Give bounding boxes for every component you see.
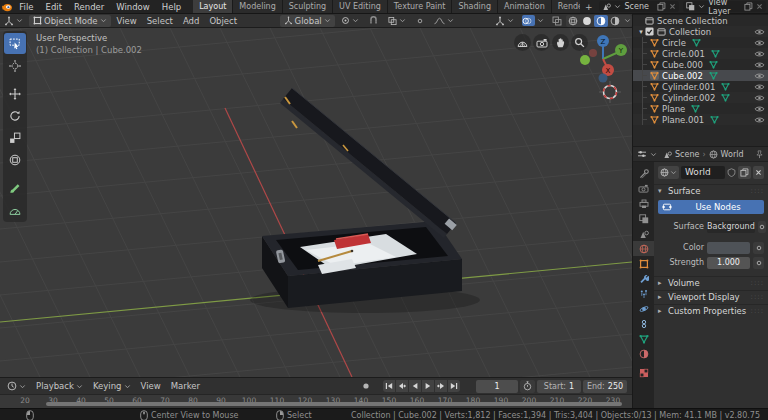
panel-drag-dots-icon[interactable]: :::: bbox=[751, 279, 764, 287]
timeline-scrollbar[interactable] bbox=[46, 402, 622, 406]
strength-slider[interactable]: 1.000 bbox=[707, 257, 750, 269]
eye-icon[interactable] bbox=[754, 72, 765, 80]
3d-viewport[interactable]: User Perspective (1) Collection | Cube.0… bbox=[0, 28, 632, 377]
new-world-button[interactable] bbox=[738, 166, 751, 179]
new-scene-icon[interactable] bbox=[657, 2, 666, 11]
tab-output[interactable] bbox=[633, 196, 654, 211]
tab-layout[interactable]: Layout bbox=[193, 0, 233, 13]
shading-rendered-button[interactable] bbox=[608, 15, 622, 27]
orientation-dropdown[interactable]: Global bbox=[280, 15, 335, 27]
tab-sculpting[interactable]: Sculpting bbox=[283, 0, 333, 13]
menu-view[interactable]: View bbox=[137, 380, 165, 392]
tab-constraints[interactable] bbox=[633, 316, 654, 331]
shading-wireframe-button[interactable] bbox=[566, 15, 580, 27]
panel-drag-dots-icon[interactable]: :::: bbox=[751, 293, 764, 301]
play-button[interactable] bbox=[422, 380, 434, 392]
scene-selector[interactable]: Scene bbox=[599, 1, 679, 12]
tab-modeling[interactable]: Modeling bbox=[233, 0, 282, 13]
eye-icon[interactable] bbox=[754, 39, 765, 47]
proportional-falloff-dropdown[interactable] bbox=[430, 15, 458, 27]
tab-tool[interactable] bbox=[633, 166, 654, 181]
jump-end-button[interactable] bbox=[448, 380, 460, 392]
menu-playback[interactable]: Playback bbox=[32, 380, 87, 392]
view-layer-selector[interactable]: View Layer bbox=[683, 1, 766, 12]
timeline-editor-button[interactable] bbox=[3, 380, 30, 392]
next-keyframe-button[interactable] bbox=[435, 380, 447, 392]
shading-solid-button[interactable] bbox=[580, 15, 594, 27]
eye-icon[interactable] bbox=[754, 50, 765, 58]
menu-object[interactable]: Object bbox=[205, 15, 241, 27]
tab-object[interactable] bbox=[633, 256, 654, 271]
menu-keying[interactable]: Keying bbox=[89, 380, 135, 392]
select-box-tool[interactable] bbox=[4, 33, 26, 54]
menu-marker[interactable]: Marker bbox=[167, 380, 204, 392]
outliner-row-object[interactable]: Circle.001 bbox=[633, 48, 768, 59]
tab-render[interactable] bbox=[633, 181, 654, 196]
eye-icon[interactable] bbox=[754, 28, 765, 36]
use-preview-range-button[interactable] bbox=[520, 380, 535, 393]
close-icon[interactable] bbox=[669, 3, 676, 10]
tab-uv-editing[interactable]: UV Editing bbox=[333, 0, 388, 13]
tab-animation[interactable]: Animation bbox=[498, 0, 552, 13]
timeline-ruler[interactable]: 20 30 40 50 60 70 80 90 100 110 120 130 … bbox=[0, 394, 632, 408]
outliner-row-collection[interactable]: ▾ Collection bbox=[633, 26, 768, 37]
eye-icon[interactable] bbox=[754, 94, 765, 102]
show-overlays-dropdown[interactable] bbox=[518, 15, 548, 27]
panel-volume[interactable]: ▸ Volume :::: bbox=[654, 276, 768, 289]
tab-rendering[interactable]: Rendering bbox=[552, 0, 580, 13]
outliner-row-object[interactable]: Plane.001 bbox=[633, 114, 768, 125]
node-socket-button[interactable] bbox=[758, 221, 766, 233]
outliner-row-object[interactable]: Plane bbox=[633, 103, 768, 114]
world-name-field[interactable]: World bbox=[681, 166, 725, 179]
move-tool[interactable] bbox=[4, 83, 26, 104]
world-browse-button[interactable] bbox=[658, 166, 679, 179]
surface-shader-dropdown[interactable]: Background bbox=[707, 221, 755, 233]
outliner-row-object[interactable]: Circle bbox=[633, 37, 768, 48]
pan-view-button[interactable] bbox=[552, 34, 569, 51]
annotate-tool[interactable] bbox=[4, 177, 26, 198]
menu-edit[interactable]: Edit bbox=[40, 0, 68, 13]
pivot-point-dropdown[interactable] bbox=[337, 15, 363, 27]
record-button[interactable] bbox=[360, 380, 372, 392]
tab-shading[interactable]: Shading bbox=[452, 0, 498, 13]
outliner-row-object[interactable]: Cylinder.002 bbox=[633, 92, 768, 103]
node-socket-button[interactable] bbox=[753, 242, 764, 254]
panel-surface[interactable]: ▾ Surface :::: bbox=[654, 184, 768, 197]
checkbox-checked-icon[interactable] bbox=[645, 27, 654, 36]
tab-view-layer[interactable] bbox=[633, 211, 654, 226]
properties-editor-icon[interactable] bbox=[637, 149, 647, 159]
use-nodes-button[interactable]: Use Nodes bbox=[658, 200, 764, 214]
rotate-tool[interactable] bbox=[4, 105, 26, 126]
shading-material-button[interactable] bbox=[594, 15, 608, 27]
breadcrumb-scene[interactable]: Scene bbox=[675, 150, 699, 159]
eye-icon[interactable] bbox=[754, 116, 765, 124]
cursor-tool[interactable] bbox=[4, 55, 26, 76]
close-icon[interactable] bbox=[756, 3, 763, 10]
snap-toggle[interactable] bbox=[365, 15, 382, 27]
end-frame-field[interactable]: End: 250 bbox=[583, 380, 627, 393]
pin-icon[interactable] bbox=[755, 150, 764, 159]
proportional-editing-toggle[interactable] bbox=[412, 15, 428, 27]
panel-custom-properties[interactable]: ▸ Custom Properties :::: bbox=[654, 304, 768, 317]
panel-viewport-display[interactable]: ▸ Viewport Display :::: bbox=[654, 290, 768, 303]
menu-help[interactable]: Help bbox=[156, 0, 187, 13]
tab-scene[interactable] bbox=[633, 226, 654, 241]
snap-settings-dropdown[interactable] bbox=[384, 15, 410, 27]
unlink-world-button[interactable] bbox=[753, 166, 764, 179]
prev-keyframe-button[interactable] bbox=[396, 380, 408, 392]
scale-tool[interactable] bbox=[4, 127, 26, 148]
eye-icon[interactable] bbox=[754, 83, 765, 91]
play-reverse-button[interactable] bbox=[409, 380, 421, 392]
panel-drag-dots-icon[interactable]: :::: bbox=[751, 307, 764, 315]
blender-menu-button[interactable] bbox=[0, 0, 13, 13]
menu-add[interactable]: Add bbox=[179, 15, 203, 27]
outliner-row-scene-collection[interactable]: Scene Collection bbox=[633, 15, 768, 26]
add-workspace-button[interactable]: + bbox=[580, 0, 598, 13]
node-socket-button[interactable] bbox=[753, 257, 764, 269]
perspective-toggle-button[interactable] bbox=[514, 34, 531, 51]
menu-select[interactable]: Select bbox=[143, 15, 177, 27]
breadcrumb-world[interactable]: World bbox=[721, 150, 744, 159]
tab-world[interactable] bbox=[633, 241, 654, 256]
menu-window[interactable]: Window bbox=[110, 0, 156, 13]
menu-view[interactable]: View bbox=[113, 15, 141, 27]
